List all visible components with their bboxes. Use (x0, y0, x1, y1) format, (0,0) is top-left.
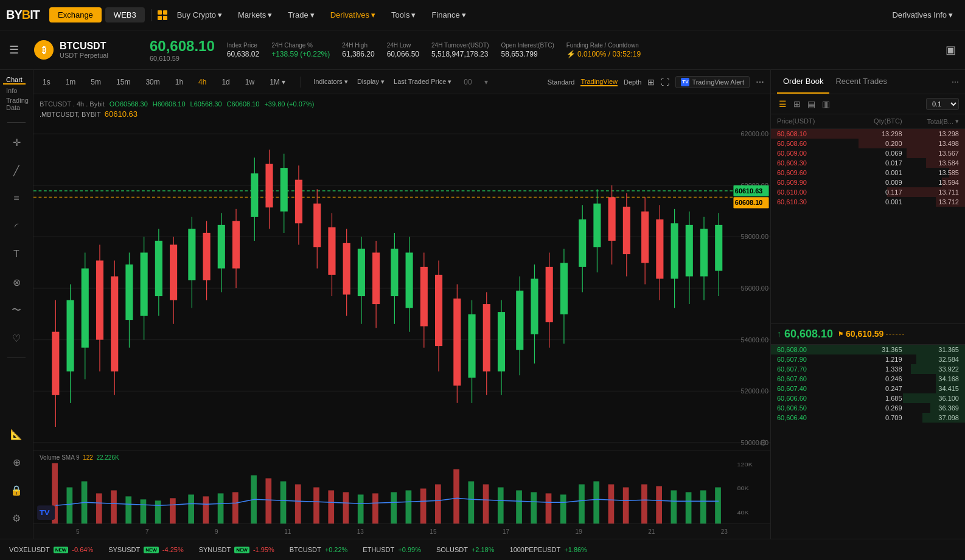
tradingview-view[interactable]: TradingView (580, 78, 618, 86)
tf-4h[interactable]: 4h (195, 77, 209, 88)
last-traded-price-button[interactable]: Last Traded Price ▾ (394, 78, 451, 86)
chart-settings-icon[interactable]: ⚙ (759, 438, 767, 448)
compact-view-button[interactable]: ▤ (806, 97, 817, 111)
bid-row[interactable]: 60,606.40 0.709 37.098 (771, 413, 965, 423)
ask-qty: 0.009 (845, 179, 902, 186)
tf-1w[interactable]: 1w (242, 77, 257, 88)
bottom-ticker-coin[interactable]: SOLUSDT +2.18% (436, 546, 495, 553)
bid-row[interactable]: 60,606.50 0.269 36.369 (771, 403, 965, 413)
web3-button[interactable]: WEB3 (105, 7, 145, 22)
zoom-in-icon[interactable]: ⊕ (8, 454, 25, 471)
ask-row[interactable]: 60,610.00 0.117 13.711 (771, 187, 965, 197)
exchange-button[interactable]: Exchange (49, 7, 102, 22)
tf-1m[interactable]: 1m (63, 77, 79, 88)
split-view-button[interactable]: ▥ (820, 97, 832, 111)
ruler-icon[interactable]: 📐 (8, 426, 25, 443)
separator (7, 122, 26, 123)
settings-icon-bottom[interactable]: ⚙ (8, 510, 25, 527)
index-price-value: 60,638.02 (227, 50, 259, 58)
tf-15m[interactable]: 15m (113, 77, 133, 88)
tf-1M[interactable]: 1M ▾ (267, 77, 288, 88)
text-icon[interactable]: T (8, 246, 25, 263)
bottom-ticker-coin[interactable]: SYSUSDT NEW -4.25% (108, 546, 184, 553)
svg-text:80K: 80K (737, 485, 750, 491)
ask-row[interactable]: 60,610.30 0.001 13.712 (771, 197, 965, 207)
nav-buy-crypto[interactable]: Buy Crypto ▾ (171, 10, 228, 19)
bid-row[interactable]: 60,607.70 1.338 33.922 (771, 364, 965, 374)
svg-rect-71 (468, 314, 475, 378)
svg-text:60610.63: 60610.63 (735, 187, 762, 194)
info-tab[interactable]: Info (3, 87, 20, 94)
ask-qty: 0.069 (845, 150, 902, 157)
tradingview-alert-button[interactable]: TV TradingView Alert (675, 76, 750, 88)
sub-price: 60,610.59 (150, 55, 215, 62)
bid-row[interactable]: 60,607.90 1.219 32.584 (771, 354, 965, 364)
svg-rect-149 (686, 492, 692, 524)
book-icon[interactable]: ▣ (946, 43, 956, 57)
ask-row[interactable]: 60,609.90 0.009 13.594 (771, 178, 965, 187)
tf-1h[interactable]: 1h (172, 77, 186, 88)
grid-view-icon[interactable]: ⊞ (647, 77, 655, 87)
tf-1d[interactable]: 1d (218, 77, 232, 88)
tf-30m[interactable]: 30m (142, 77, 162, 88)
crosshair-icon[interactable]: ✛ (8, 134, 25, 151)
svg-rect-17 (52, 332, 59, 395)
svg-text:58000.00: 58000.00 (741, 233, 768, 240)
bottom-ticker-coin[interactable]: SYNUSDT NEW -1.95% (199, 546, 274, 553)
magnet-icon[interactable]: ⊗ (8, 274, 25, 291)
bottom-ticker-coin[interactable]: BTCUSDT +0.22% (290, 546, 348, 553)
tab-recent-trades[interactable]: Recent Trades (829, 70, 893, 94)
chart-canvas[interactable]: BTCUSDT . 4h . Bybit OO60568.30 H60608.1… (33, 94, 770, 451)
horizontal-line-icon[interactable]: ≡ (8, 190, 25, 207)
svg-rect-99 (686, 225, 693, 277)
wave-icon[interactable]: 〜 (8, 302, 25, 319)
indicators-button[interactable]: Indicators ▾ (313, 78, 348, 86)
nav-markets[interactable]: Markets ▾ (232, 10, 278, 19)
bottom-ticker-coin[interactable]: 1000PEPEUSDT +1.86% (510, 546, 587, 553)
nav-tools[interactable]: Tools ▾ (385, 10, 422, 19)
turnover-label: 24H Turnover(USDT) (431, 42, 489, 49)
lock-icon[interactable]: 🔒 (8, 482, 25, 499)
ask-row[interactable]: 60,609.60 0.001 13.585 (771, 168, 965, 178)
chart-tab[interactable]: Chart (3, 76, 26, 85)
tf-5m[interactable]: 5m (88, 77, 104, 88)
ask-row[interactable]: 60,608.60 0.200 13.498 (771, 139, 965, 148)
grouped-view-button[interactable]: ⊞ (792, 97, 803, 111)
expand-icon[interactable]: ⛶ (661, 77, 669, 87)
ask-row[interactable]: 60,609.00 0.069 13.567 (771, 148, 965, 158)
coin-symbol: ETHUSDT (363, 546, 394, 553)
bottom-ticker-coin[interactable]: VOXELUSDT NEW -0.64% (9, 546, 93, 553)
more-icon[interactable]: ⋯ (756, 77, 764, 87)
nav-trade[interactable]: Trade ▾ (282, 10, 320, 19)
arc-icon[interactable]: ◜ (8, 218, 25, 235)
standard-view[interactable]: Standard (548, 78, 575, 86)
trading-data-tab[interactable]: Trading Data (3, 97, 32, 111)
display-button[interactable]: Display ▾ (357, 78, 385, 86)
bid-row[interactable]: 60,608.00 31.365 31.365 (771, 345, 965, 354)
nav-derivatives[interactable]: Derivatives ▾ (324, 10, 381, 19)
bid-row[interactable]: 60,607.40 0.247 34.415 (771, 384, 965, 393)
nav-derivatives-info[interactable]: Derivatives Info ▾ (886, 10, 959, 19)
bybit-logo[interactable]: BYBIT (6, 8, 40, 22)
chart-header: 1s 1m 5m 15m 30m 1h 4h 1d 1w 1M ▾ Indica… (33, 70, 770, 94)
svg-rect-117 (188, 494, 194, 524)
grid-apps-icon[interactable] (158, 10, 167, 20)
heart-icon[interactable]: ♡ (8, 330, 25, 347)
svg-rect-128 (358, 494, 364, 524)
bid-row[interactable]: 60,607.60 0.246 34.168 (771, 374, 965, 384)
list-view-button[interactable]: ☰ (777, 97, 789, 111)
tab-order-book[interactable]: Order Book (777, 70, 829, 94)
more-options-icon[interactable]: ⋯ (952, 78, 959, 86)
candlestick-chart: 62000.00 60000.00 58000.00 56000.00 5400… (33, 94, 770, 451)
depth-select[interactable]: 0.1 0.01 1 (926, 98, 959, 110)
tf-1s[interactable]: 1s (40, 77, 54, 88)
depth-view[interactable]: Depth (624, 78, 641, 86)
nav-finance[interactable]: Finance ▾ (425, 10, 472, 19)
bid-row[interactable]: 60,606.60 1.685 36.100 (771, 393, 965, 403)
bottom-ticker-coin[interactable]: ETHUSDT +0.99% (363, 546, 421, 553)
bottom-ticker: VOXELUSDT NEW -0.64% SYSUSDT NEW -4.25% … (0, 539, 965, 560)
ask-row[interactable]: 60,609.30 0.017 13.584 (771, 158, 965, 168)
draw-line-icon[interactable]: ╱ (8, 162, 25, 179)
ask-row[interactable]: 60,608.10 13.298 13.298 (771, 129, 965, 139)
menu-icon[interactable]: ☰ (9, 43, 19, 57)
